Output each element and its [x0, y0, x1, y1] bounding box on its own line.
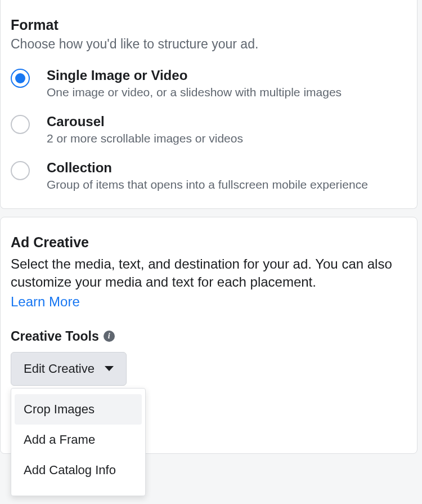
format-subtitle: Choose how you'd like to structure your …: [11, 35, 407, 63]
option-label: Carousel: [47, 114, 243, 132]
radio-icon: [11, 69, 30, 88]
format-title: Format: [11, 0, 407, 35]
option-label: Collection: [47, 160, 368, 178]
creative-tools-label-row: Creative Tools i: [11, 329, 407, 344]
menu-item-add-catalog-info[interactable]: Add Catalog Info: [15, 455, 142, 485]
caret-down-icon: [105, 366, 114, 371]
option-desc: One image or video, or a slideshow with …: [47, 86, 342, 99]
ad-creative-card: Ad Creative Select the media, text, and …: [0, 217, 417, 454]
option-label: Single Image or Video: [47, 68, 342, 86]
dropdown-label: Edit Creative: [24, 362, 95, 376]
info-icon[interactable]: i: [104, 331, 115, 342]
learn-more-link[interactable]: Learn More: [11, 292, 80, 310]
option-desc: 2 or more scrollable images or videos: [47, 132, 243, 145]
edit-creative-dropdown: Edit Creative Crop Images Add a Frame Ad…: [11, 352, 127, 386]
edit-creative-menu: Crop Images Add a Frame Add Catalog Info: [11, 388, 146, 496]
format-option-collection[interactable]: Collection Group of items that opens int…: [11, 160, 407, 191]
menu-item-add-frame[interactable]: Add a Frame: [15, 425, 142, 455]
menu-item-crop-images[interactable]: Crop Images: [15, 394, 142, 425]
format-options: Single Image or Video One image or video…: [11, 68, 407, 191]
creative-body: Select the media, text, and destination …: [11, 253, 407, 292]
format-card: Format Choose how you'd like to structur…: [0, 0, 417, 209]
format-option-single[interactable]: Single Image or Video One image or video…: [11, 68, 407, 99]
option-desc: Group of items that opens into a fullscr…: [47, 178, 368, 191]
creative-title: Ad Creative: [11, 217, 407, 253]
format-option-carousel[interactable]: Carousel 2 or more scrollable images or …: [11, 114, 407, 145]
radio-icon: [11, 161, 30, 180]
creative-tools-label: Creative Tools: [11, 329, 99, 344]
edit-creative-button[interactable]: Edit Creative: [11, 352, 127, 386]
radio-icon: [11, 115, 30, 134]
